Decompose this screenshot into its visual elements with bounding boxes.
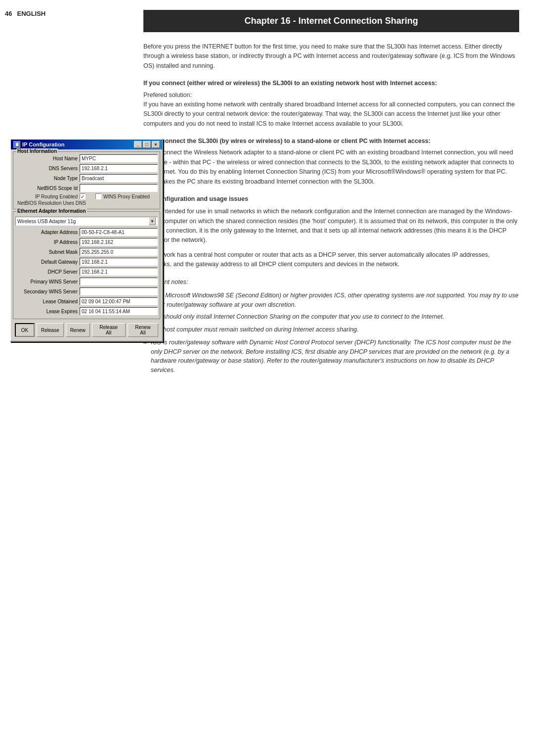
important-notes-label: Important notes: (143, 278, 519, 287)
wins-proxy-checkbox-item: WINS Proxy Enabled (95, 193, 150, 199)
titlebar-buttons[interactable]: _ □ × (134, 141, 160, 148)
adapter-address-label: Adapter Address (15, 230, 80, 235)
page-language: ENGLISH (17, 10, 45, 17)
ip-routing-label: IP Routing Enabled (15, 194, 80, 199)
primary-wins-label: Primary WINS Server (15, 279, 80, 284)
section2-heading-text: If you connect the SL300i (by wires or w… (143, 138, 431, 144)
note-3: The host computer must remain switched o… (151, 325, 519, 334)
ics-paragraph1: ICS is intended for use in small network… (143, 207, 519, 245)
dhcp-server-row: DHCP Server 192.168.2.1 (15, 267, 158, 276)
section2-paragraph: If you connect the Wireless Network adap… (143, 148, 519, 187)
node-type-label: Node Type (15, 176, 80, 181)
note-4: ICS is router/gateway software with Dyna… (151, 338, 519, 375)
adapter-address-value: 00-50-F2-C8-48-A1 (80, 228, 158, 236)
secondary-wins-value (80, 287, 158, 295)
minimize-button[interactable]: _ (134, 141, 142, 148)
ics-heading: ICS configuration and usage issues (143, 194, 519, 204)
left-sidebar: 46 ENGLISH 🖥 IP Configuration _ □ × Host (0, 0, 129, 756)
dialog-action-buttons: OK Release Renew Release All Renew All (13, 321, 160, 339)
ip-routing-checkbox[interactable]: ✓ (80, 193, 86, 199)
dialog-icon: 🖥 (13, 141, 20, 148)
adapter-select[interactable]: Wireless USB Adapter 11g ▼ (15, 217, 158, 226)
main-content: Chapter 16 - Internet Connection Sharing… (129, 0, 534, 756)
netbios-scope-value (80, 184, 158, 192)
renew-button[interactable]: Renew (66, 323, 90, 337)
adapter-dropdown-row: Wireless USB Adapter 11g ▼ (15, 216, 158, 227)
ics-section: ICS configuration and usage issues ICS i… (143, 194, 519, 270)
ip-routing-checkbox-item: ✓ (80, 193, 86, 199)
subnet-mask-row: Subnet Mask 255.255.255.0 (15, 247, 158, 256)
dropdown-arrow-icon[interactable]: ▼ (149, 217, 156, 225)
section1-paragraph: If you have an existing home network wit… (143, 100, 519, 129)
default-gateway-value: 192.168.2.1 (80, 258, 158, 266)
section2: If you connect the SL300i (by wires or w… (143, 137, 519, 187)
ok-button[interactable]: OK (15, 323, 35, 337)
intro-paragraph: Before you press the INTERNET button for… (143, 42, 519, 71)
notes-section: Important notes: – Only Microsoft Window… (143, 278, 519, 375)
subnet-mask-value: 255.255.255.0 (80, 248, 158, 256)
dhcp-server-label: DHCP Server (15, 269, 80, 275)
lease-obtained-row: Lease Obtained 02 09 04 12:00:47 PM (15, 297, 158, 306)
primary-wins-row: Primary WINS Server (15, 277, 158, 286)
dhcp-server-value: 192.168.2.1 (80, 268, 158, 276)
secondary-wins-label: Secondary WINS Server (15, 289, 80, 294)
renew-all-button[interactable]: Renew All (128, 323, 158, 337)
dns-servers-value: 192.168.2.1 (80, 164, 158, 172)
ip-config-dialog: 🖥 IP Configuration _ □ × Host Informatio… (10, 139, 163, 342)
list-item: – Only Microsoft Windows98 SE (Second Ed… (143, 291, 519, 310)
release-all-button[interactable]: Release All (92, 323, 126, 337)
ip-address-row: IP Address 192.168.2.162 (15, 237, 158, 246)
dialog-title: IP Configuration (22, 142, 64, 147)
notes-list: – Only Microsoft Windows98 SE (Second Ed… (143, 291, 519, 375)
section1-heading-text: If you connect (either wired or wireless… (143, 80, 437, 87)
maximize-button[interactable]: □ (143, 141, 151, 148)
note-3-text: The host computer must remain switched o… (151, 326, 358, 333)
intro-section: Before you press the INTERNET button for… (143, 42, 519, 71)
lease-obtained-label: Lease Obtained (15, 299, 80, 304)
dialog-content: Host Information Host Name MYPC DNS Serv… (11, 149, 162, 341)
section1-heading: If you connect (either wired or wireless… (143, 79, 519, 88)
release-button[interactable]: Release (37, 323, 64, 337)
primary-wins-value (80, 278, 158, 285)
node-type-value: Broadcast (80, 174, 158, 182)
adapter-select-value: Wireless USB Adapter 11g (17, 219, 76, 224)
host-info-legend: Host Information (16, 148, 58, 154)
checkbox-area: ✓ WINS Proxy Enabled (80, 193, 150, 199)
default-gateway-label: Default Gateway (15, 259, 80, 265)
close-button[interactable]: × (152, 141, 160, 148)
secondary-wins-row: Secondary WINS Server (15, 287, 158, 296)
dns-servers-label: DNS Servers (15, 166, 80, 171)
adapter-section: Ethernet Adapter Information Wireless US… (13, 211, 160, 319)
ics-paragraph2: If a network has a central host computer… (143, 250, 519, 270)
note-4-text: ICS is router/gateway software with Dyna… (151, 339, 511, 374)
note-1-text: Only Microsoft Windows98 SE (Second Edit… (151, 292, 519, 308)
lease-expires-row: Lease Expires 02 16 04 11:55:14 AM (15, 307, 158, 316)
ip-routing-row: IP Routing Enabled ✓ WINS Proxy Enabled (15, 193, 158, 199)
section1: If you connect (either wired or wireless… (143, 79, 519, 129)
netbios-dns-row: NetBIOS Resolution Uses DNS (15, 200, 158, 206)
note-1: Only Microsoft Windows98 SE (Second Edit… (151, 291, 519, 310)
list-item: – The host computer must remain switched… (143, 325, 519, 335)
host-name-row: Host Name MYPC (15, 154, 158, 163)
netbios-dns-label: NetBIOS Resolution Uses DNS (15, 200, 86, 206)
section2-heading: If you connect the SL300i (by wires or w… (143, 137, 519, 146)
dialog-titlebar: 🖥 IP Configuration _ □ × (11, 140, 162, 149)
page-number: 46 (5, 10, 12, 17)
list-item: – ICS is router/gateway software with Dy… (143, 338, 519, 375)
note-2-text: You should only install Internet Connect… (151, 313, 444, 320)
default-gateway-row: Default Gateway 192.168.2.1 (15, 257, 158, 266)
wins-proxy-checkbox[interactable] (95, 193, 101, 199)
chapter-header: Chapter 16 - Internet Connection Sharing (143, 10, 519, 32)
chapter-title: Chapter 16 - Internet Connection Sharing (244, 16, 418, 26)
lease-obtained-value: 02 09 04 12:00:47 PM (80, 297, 158, 305)
lease-expires-label: Lease Expires (15, 309, 80, 314)
note-2: You should only install Internet Connect… (151, 312, 519, 322)
netbios-scope-row: NetBIOS Scope Id (15, 184, 158, 192)
host-name-label: Host Name (15, 156, 80, 161)
subnet-mask-label: Subnet Mask (15, 249, 80, 255)
page-number-area: 46 ENGLISH (5, 10, 124, 17)
dns-servers-row: DNS Servers 192.168.2.1 (15, 164, 158, 173)
section1-subheading: Prefered solution: (143, 91, 519, 100)
ip-address-value: 192.168.2.162 (80, 238, 158, 246)
titlebar-left: 🖥 IP Configuration (13, 141, 64, 148)
